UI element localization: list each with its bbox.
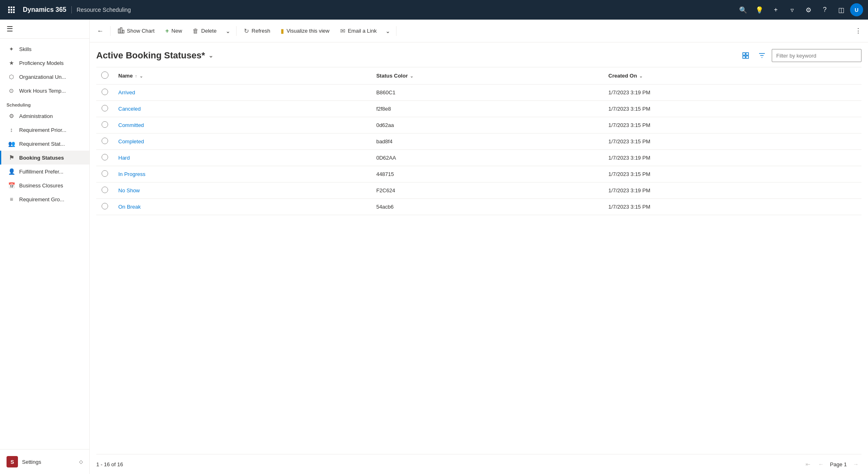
- row-created-on-value: 1/7/2023 3:15 PM: [609, 171, 651, 177]
- row-created-on-cell: 1/7/2023 3:15 PM: [604, 134, 861, 150]
- new-icon: +: [165, 27, 169, 35]
- row-checkbox[interactable]: [102, 203, 108, 209]
- pagination-info: 1 - 16 of 16: [96, 461, 123, 467]
- org-icon: ⬡: [8, 73, 15, 80]
- table-row: On Break 54acb6 1/7/2023 3:15 PM: [96, 199, 861, 215]
- row-name-cell: Committed: [113, 117, 371, 134]
- row-name-link[interactable]: On Break: [118, 204, 141, 210]
- row-checkbox-cell: [96, 117, 113, 134]
- req-priority-icon: ↕: [8, 126, 15, 134]
- sidebar-item-business-closures[interactable]: 📅 Business Closures: [0, 178, 89, 192]
- first-page-button[interactable]: ⇤: [802, 458, 814, 470]
- new-button[interactable]: + New: [160, 24, 187, 38]
- sidebar-item-administration[interactable]: ⚙ Administration: [0, 109, 89, 123]
- req-groups-icon: ≡: [8, 196, 15, 203]
- row-name-cell: In Progress: [113, 166, 371, 182]
- email-link-icon: ✉: [340, 27, 345, 35]
- prev-page-button[interactable]: ←: [815, 458, 827, 470]
- select-all-checkbox[interactable]: [101, 71, 108, 79]
- row-checkbox[interactable]: [102, 105, 108, 111]
- row-name-link[interactable]: Canceled: [118, 106, 141, 112]
- visualize-button[interactable]: ▮ Visualize this view: [276, 24, 334, 38]
- user-avatar[interactable]: U: [850, 3, 863, 16]
- email-dropdown[interactable]: ⌄: [382, 24, 394, 38]
- sidebar-item-label: Requirement Prior...: [19, 127, 66, 133]
- filter-keyword-input[interactable]: [772, 49, 861, 62]
- refresh-label: Refresh: [252, 28, 270, 34]
- table-container: Name ↑ ⌄ Status Color ⌄ Created On ⌄: [96, 67, 861, 454]
- row-name-link[interactable]: In Progress: [118, 171, 145, 177]
- created-sort-chevron[interactable]: ⌄: [639, 74, 642, 78]
- sidebar-item-fulfillment[interactable]: 👤 Fulfillment Prefer...: [0, 165, 89, 178]
- row-created-on-cell: 1/7/2023 3:19 PM: [604, 150, 861, 166]
- col-header-created-on[interactable]: Created On ⌄: [604, 67, 861, 85]
- lightbulb-icon[interactable]: 💡: [752, 2, 767, 17]
- req-status-icon: 👥: [8, 140, 15, 147]
- add-icon[interactable]: +: [768, 2, 783, 17]
- row-checkbox-cell: [96, 166, 113, 182]
- sidebar-item-label: Requirement Gro...: [19, 196, 64, 203]
- status-sort-chevron[interactable]: ⌄: [410, 74, 413, 78]
- row-created-on-cell: 1/7/2023 3:15 PM: [604, 117, 861, 134]
- more-button[interactable]: ⋮: [852, 24, 865, 38]
- row-status-color-value: F2C624: [376, 187, 395, 194]
- row-created-on-value: 1/7/2023 3:15 PM: [609, 204, 651, 210]
- filter-icon[interactable]: ▿: [785, 2, 799, 17]
- grid-view-button[interactable]: [739, 49, 752, 62]
- view-title-chevron[interactable]: ⌄: [208, 52, 213, 59]
- back-button[interactable]: ←: [93, 24, 108, 38]
- view-actions: [739, 49, 861, 62]
- sidebar-item-req-priority[interactable]: ↕ Requirement Prior...: [0, 123, 89, 137]
- delete-button[interactable]: 🗑 Delete: [188, 24, 221, 38]
- settings-icon[interactable]: ⚙: [801, 2, 816, 17]
- sidebar-item-req-groups[interactable]: ≡ Requirement Gro...: [0, 192, 89, 206]
- sidebar-item-work-hours[interactable]: ⊙ Work Hours Temp...: [0, 84, 89, 98]
- new-label: New: [171, 28, 182, 34]
- col-header-name[interactable]: Name ↑ ⌄: [113, 67, 371, 85]
- col-header-status-color[interactable]: Status Color ⌄: [371, 67, 603, 85]
- name-sort-chevron[interactable]: ⌄: [140, 74, 143, 78]
- sidebar-item-proficiency[interactable]: ★ Proficiency Models: [0, 56, 89, 70]
- row-status-color-value: 448715: [376, 171, 394, 177]
- sidebar-item-settings[interactable]: S Settings ◇: [0, 453, 89, 471]
- svg-rect-8: [13, 11, 15, 13]
- row-status-color-cell: f2f8e8: [371, 101, 603, 117]
- hamburger-icon[interactable]: ☰: [7, 25, 13, 33]
- search-icon[interactable]: 🔍: [736, 2, 751, 17]
- svg-rect-1: [11, 7, 12, 8]
- command-bar: ← Show Chart + New 🗑 Delete ⌄: [90, 20, 868, 42]
- row-name-link[interactable]: Arrived: [118, 89, 135, 96]
- row-name-link[interactable]: Completed: [118, 138, 144, 145]
- app-grid-icon[interactable]: [5, 3, 18, 16]
- row-name-cell: Arrived: [113, 85, 371, 101]
- sidebar-item-org-units[interactable]: ⬡ Organizational Un...: [0, 70, 89, 84]
- row-checkbox[interactable]: [102, 170, 108, 177]
- refresh-button[interactable]: ↻ Refresh: [239, 24, 275, 38]
- sidebar-hamburger[interactable]: ☰: [0, 20, 89, 39]
- sidebar-item-label: Fulfillment Prefer...: [19, 169, 63, 175]
- row-checkbox[interactable]: [102, 138, 108, 144]
- row-name-link[interactable]: No Show: [118, 187, 140, 194]
- show-chart-button[interactable]: Show Chart: [113, 24, 159, 38]
- row-checkbox[interactable]: [102, 187, 108, 193]
- row-checkbox[interactable]: [102, 89, 108, 95]
- row-status-color-cell: 448715: [371, 166, 603, 182]
- svg-rect-2: [13, 7, 15, 8]
- row-name-link[interactable]: Hard: [118, 155, 130, 161]
- row-checkbox[interactable]: [102, 154, 108, 160]
- svg-rect-10: [120, 28, 122, 33]
- sidebar-item-req-status[interactable]: 👥 Requirement Stat...: [0, 137, 89, 151]
- row-name-link[interactable]: Committed: [118, 122, 144, 128]
- sidebar-item-skills[interactable]: ✦ Skills: [0, 42, 89, 56]
- sidebar-item-booking-statuses[interactable]: ⚑ Booking Statuses: [0, 151, 89, 165]
- help-icon[interactable]: ?: [817, 2, 832, 17]
- next-page-button[interactable]: →: [850, 458, 861, 470]
- filter-view-button[interactable]: [755, 49, 768, 62]
- row-checkbox[interactable]: [102, 121, 108, 128]
- delete-dropdown[interactable]: ⌄: [222, 24, 234, 38]
- row-status-color-value: f2f8e8: [376, 106, 391, 112]
- email-link-button[interactable]: ✉ Email a Link: [335, 24, 382, 38]
- row-name-cell: Canceled: [113, 101, 371, 117]
- chat-icon[interactable]: ◫: [834, 2, 848, 17]
- row-name-cell: On Break: [113, 199, 371, 215]
